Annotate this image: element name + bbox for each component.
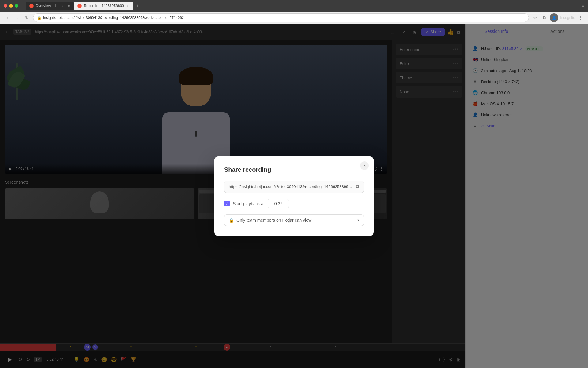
hotjar-favicon xyxy=(29,4,34,8)
privacy-text: Only team members on Hotjar can view xyxy=(236,218,311,223)
menu-icon[interactable]: ⋮ xyxy=(577,14,584,21)
playback-option-row: ✓ Start playback at xyxy=(224,199,364,208)
playback-label: Start playback at xyxy=(233,201,265,206)
playback-checkbox[interactable]: ✓ xyxy=(224,201,230,206)
back-button[interactable]: ‹ xyxy=(4,14,11,21)
toolbar-actions: ☆ ⧉ 👤 Incognito ⋮ xyxy=(531,13,584,22)
chevron-down-icon: ▾ xyxy=(357,218,359,222)
bookmark-icon[interactable]: ☆ xyxy=(531,14,539,21)
checkbox-check-icon: ✓ xyxy=(225,201,228,206)
share-url-wrapper: https://insights.hotjar.com/r?site=30904… xyxy=(224,181,364,193)
reload-button[interactable]: ↻ xyxy=(23,14,31,21)
extensions-icon[interactable]: ⧉ xyxy=(541,14,548,21)
copy-url-button[interactable]: ⧉ xyxy=(356,184,359,190)
incognito-icon: 👤 xyxy=(550,13,558,22)
forward-button[interactable]: › xyxy=(13,14,21,21)
tab-recording-label: Recording 14266258899 xyxy=(84,4,124,8)
tab-overview-close[interactable]: ✕ xyxy=(68,4,70,8)
browser-content: ← TAB: 2/2 https://snapflows.com/workspa… xyxy=(0,24,588,368)
tab-overview-label: Overview – Hotjar xyxy=(36,4,65,8)
privacy-dropdown[interactable]: 🔒 Only team members on Hotjar can view ▾ xyxy=(224,214,364,226)
share-recording-modal: × Share recording https://insights.hotja… xyxy=(214,156,374,236)
tab-recording-close[interactable]: ✕ xyxy=(127,4,130,8)
minimize-window-button[interactable] xyxy=(9,4,13,8)
browser-toolbar: ‹ › ↻ 🔒 insights.hotjar.com/r?site=30904… xyxy=(0,12,588,24)
modal-overlay: × Share recording https://insights.hotja… xyxy=(0,24,588,368)
tab-recording[interactable]: Recording 14266258899 ✕ xyxy=(74,2,133,10)
address-bar[interactable]: 🔒 insights.hotjar.com/r?site=3090413&rec… xyxy=(33,13,529,22)
traffic-lights xyxy=(4,4,18,8)
tab-overview[interactable]: Overview – Hotjar ✕ xyxy=(26,2,74,10)
tabs-bar: Overview – Hotjar ✕ Recording 1426625889… xyxy=(26,2,580,10)
browser-titlebar: Overview – Hotjar ✕ Recording 1426625889… xyxy=(0,0,588,12)
modal-title: Share recording xyxy=(224,166,364,173)
new-tab-button[interactable]: + xyxy=(133,2,142,10)
maximize-window-button[interactable] xyxy=(15,4,18,8)
lock-icon: 🔒 xyxy=(229,218,234,223)
share-url-text: https://insights.hotjar.com/r?site=30904… xyxy=(229,184,353,189)
lock-icon: 🔒 xyxy=(37,16,41,20)
window-menu[interactable]: ≡ xyxy=(582,4,584,8)
address-text: insights.hotjar.com/r?site=3090413&recor… xyxy=(43,16,184,20)
incognito-label: Incognito xyxy=(560,16,575,20)
playback-time-input[interactable] xyxy=(268,199,289,208)
close-window-button[interactable] xyxy=(4,4,7,8)
modal-close-button[interactable]: × xyxy=(360,161,369,170)
recording-favicon xyxy=(77,4,82,8)
